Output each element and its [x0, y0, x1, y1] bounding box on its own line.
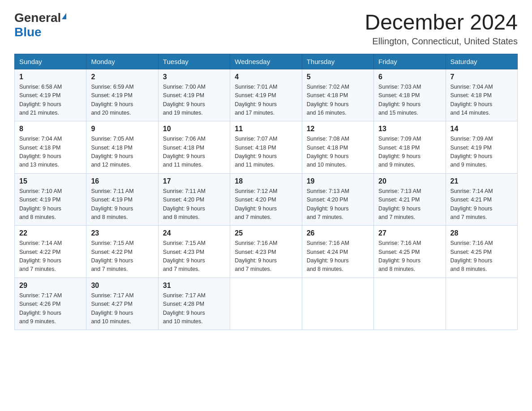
day-number: 3: [163, 73, 225, 81]
calendar-cell: 17Sunrise: 7:11 AMSunset: 4:20 PMDayligh…: [158, 173, 230, 226]
calendar-week-row: 8Sunrise: 7:04 AMSunset: 4:18 PMDaylight…: [15, 121, 518, 174]
month-title: December 2024: [365, 11, 518, 34]
calendar-cell: [374, 278, 446, 330]
day-info: Sunrise: 7:07 AMSunset: 4:18 PMDaylight:…: [235, 135, 297, 170]
calendar-cell: 14Sunrise: 7:09 AMSunset: 4:19 PMDayligh…: [446, 121, 517, 174]
day-number: 25: [235, 229, 297, 237]
day-number: 4: [235, 73, 297, 81]
calendar-cell: 11Sunrise: 7:07 AMSunset: 4:18 PMDayligh…: [230, 121, 302, 174]
day-info: Sunrise: 6:59 AMSunset: 4:19 PMDaylight:…: [91, 83, 153, 118]
day-info: Sunrise: 7:04 AMSunset: 4:18 PMDaylight:…: [19, 135, 82, 170]
logo: General Blue: [14, 11, 66, 39]
calendar-table: SundayMondayTuesdayWednesdayThursdayFrid…: [14, 54, 518, 330]
day-number: 26: [307, 229, 369, 237]
day-info: Sunrise: 7:15 AMSunset: 4:22 PMDaylight:…: [91, 239, 153, 274]
location-subtitle: Ellington, Connecticut, United States: [365, 36, 518, 47]
day-number: 7: [450, 73, 513, 81]
calendar-cell: 7Sunrise: 7:04 AMSunset: 4:18 PMDaylight…: [446, 69, 517, 121]
day-number: 17: [163, 177, 225, 185]
day-number: 21: [450, 177, 513, 185]
header-wednesday: Wednesday: [230, 54, 302, 69]
day-info: Sunrise: 7:06 AMSunset: 4:18 PMDaylight:…: [163, 135, 225, 170]
calendar-cell: [230, 278, 302, 330]
calendar-cell: 21Sunrise: 7:14 AMSunset: 4:21 PMDayligh…: [446, 173, 517, 226]
day-number: 16: [91, 177, 153, 185]
day-info: Sunrise: 7:16 AMSunset: 4:23 PMDaylight:…: [235, 239, 297, 274]
day-info: Sunrise: 7:14 AMSunset: 4:21 PMDaylight:…: [450, 187, 513, 222]
day-number: 1: [19, 73, 82, 81]
calendar-cell: 24Sunrise: 7:15 AMSunset: 4:23 PMDayligh…: [158, 226, 230, 278]
calendar-cell: 3Sunrise: 7:00 AMSunset: 4:19 PMDaylight…: [158, 69, 230, 121]
calendar-cell: 16Sunrise: 7:11 AMSunset: 4:19 PMDayligh…: [86, 173, 158, 226]
logo-triangle-icon: [62, 13, 66, 19]
calendar-cell: 22Sunrise: 7:14 AMSunset: 4:22 PMDayligh…: [15, 226, 86, 278]
calendar-cell: 20Sunrise: 7:13 AMSunset: 4:21 PMDayligh…: [374, 173, 446, 226]
day-info: Sunrise: 7:01 AMSunset: 4:19 PMDaylight:…: [235, 83, 297, 118]
day-number: 28: [450, 229, 513, 237]
day-info: Sunrise: 7:00 AMSunset: 4:19 PMDaylight:…: [163, 83, 225, 118]
day-info: Sunrise: 7:17 AMSunset: 4:28 PMDaylight:…: [163, 291, 225, 326]
day-number: 8: [19, 125, 82, 133]
day-info: Sunrise: 7:09 AMSunset: 4:19 PMDaylight:…: [450, 135, 513, 170]
day-number: 14: [450, 125, 513, 133]
day-number: 13: [378, 125, 441, 133]
day-number: 9: [91, 125, 153, 133]
day-info: Sunrise: 7:04 AMSunset: 4:18 PMDaylight:…: [450, 83, 513, 118]
day-info: Sunrise: 7:03 AMSunset: 4:18 PMDaylight:…: [378, 83, 441, 118]
page-header: General Blue December 2024 Ellington, Co…: [14, 11, 518, 47]
day-info: Sunrise: 7:08 AMSunset: 4:18 PMDaylight:…: [307, 135, 369, 170]
day-info: Sunrise: 7:13 AMSunset: 4:20 PMDaylight:…: [307, 187, 369, 222]
day-info: Sunrise: 7:13 AMSunset: 4:21 PMDaylight:…: [378, 187, 441, 222]
calendar-cell: 27Sunrise: 7:16 AMSunset: 4:25 PMDayligh…: [374, 226, 446, 278]
calendar-cell: 8Sunrise: 7:04 AMSunset: 4:18 PMDaylight…: [15, 121, 86, 174]
day-info: Sunrise: 7:12 AMSunset: 4:20 PMDaylight:…: [235, 187, 297, 222]
day-number: 5: [307, 73, 369, 81]
day-info: Sunrise: 7:11 AMSunset: 4:19 PMDaylight:…: [91, 187, 153, 222]
calendar-cell: 19Sunrise: 7:13 AMSunset: 4:20 PMDayligh…: [302, 173, 373, 226]
day-info: Sunrise: 6:58 AMSunset: 4:19 PMDaylight:…: [19, 83, 82, 118]
calendar-cell: 5Sunrise: 7:02 AMSunset: 4:18 PMDaylight…: [302, 69, 373, 121]
day-info: Sunrise: 7:17 AMSunset: 4:26 PMDaylight:…: [19, 291, 82, 326]
logo-blue-text: Blue: [14, 25, 42, 39]
calendar-cell: 10Sunrise: 7:06 AMSunset: 4:18 PMDayligh…: [158, 121, 230, 174]
day-info: Sunrise: 7:09 AMSunset: 4:18 PMDaylight:…: [378, 135, 441, 170]
day-info: Sunrise: 7:16 AMSunset: 4:25 PMDaylight:…: [450, 239, 513, 274]
day-number: 20: [378, 177, 441, 185]
day-number: 29: [19, 282, 82, 290]
day-number: 15: [19, 177, 82, 185]
calendar-cell: 9Sunrise: 7:05 AMSunset: 4:18 PMDaylight…: [86, 121, 158, 174]
header-sunday: Sunday: [15, 54, 86, 69]
calendar-week-row: 1Sunrise: 6:58 AMSunset: 4:19 PMDaylight…: [15, 69, 518, 121]
day-number: 2: [91, 73, 153, 81]
day-number: 24: [163, 229, 225, 237]
day-info: Sunrise: 7:16 AMSunset: 4:24 PMDaylight:…: [307, 239, 369, 274]
header-thursday: Thursday: [302, 54, 373, 69]
day-number: 19: [307, 177, 369, 185]
header-monday: Monday: [86, 54, 158, 69]
calendar-week-row: 29Sunrise: 7:17 AMSunset: 4:26 PMDayligh…: [15, 278, 518, 330]
day-number: 6: [378, 73, 441, 81]
day-number: 22: [19, 229, 82, 237]
calendar-cell: 6Sunrise: 7:03 AMSunset: 4:18 PMDaylight…: [374, 69, 446, 121]
day-number: 11: [235, 125, 297, 133]
header-saturday: Saturday: [446, 54, 517, 69]
day-number: 10: [163, 125, 225, 133]
day-number: 18: [235, 177, 297, 185]
day-info: Sunrise: 7:14 AMSunset: 4:22 PMDaylight:…: [19, 239, 82, 274]
header-tuesday: Tuesday: [158, 54, 230, 69]
day-number: 23: [91, 229, 153, 237]
day-info: Sunrise: 7:11 AMSunset: 4:20 PMDaylight:…: [163, 187, 225, 222]
calendar-cell: 30Sunrise: 7:17 AMSunset: 4:27 PMDayligh…: [86, 278, 158, 330]
calendar-week-row: 15Sunrise: 7:10 AMSunset: 4:19 PMDayligh…: [15, 173, 518, 226]
calendar-cell: [446, 278, 517, 330]
title-block: December 2024 Ellington, Connecticut, Un…: [365, 11, 518, 47]
calendar-cell: 13Sunrise: 7:09 AMSunset: 4:18 PMDayligh…: [374, 121, 446, 174]
day-info: Sunrise: 7:16 AMSunset: 4:25 PMDaylight:…: [378, 239, 441, 274]
calendar-cell: 25Sunrise: 7:16 AMSunset: 4:23 PMDayligh…: [230, 226, 302, 278]
calendar-cell: 1Sunrise: 6:58 AMSunset: 4:19 PMDaylight…: [15, 69, 86, 121]
day-number: 30: [91, 282, 153, 290]
day-number: 31: [163, 282, 225, 290]
day-number: 27: [378, 229, 441, 237]
day-info: Sunrise: 7:10 AMSunset: 4:19 PMDaylight:…: [19, 187, 82, 222]
day-info: Sunrise: 7:17 AMSunset: 4:27 PMDaylight:…: [91, 291, 153, 326]
